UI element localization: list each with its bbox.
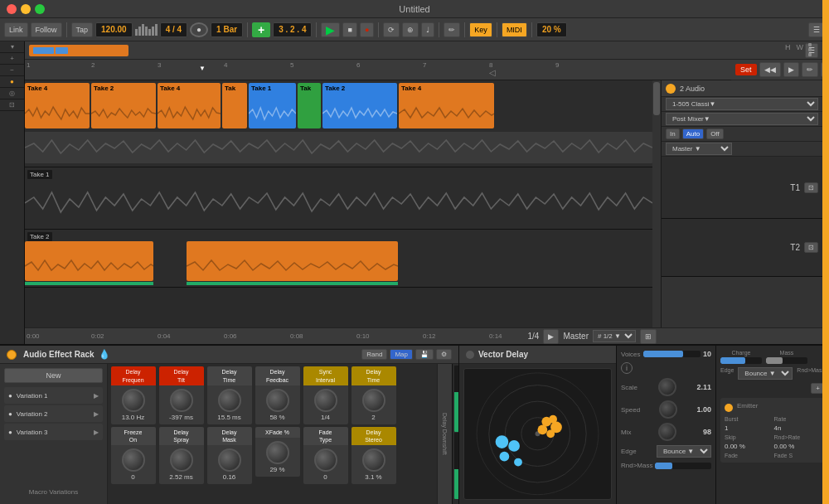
close-button[interactable]: [7, 4, 17, 14]
fade-type-knob[interactable]: [314, 448, 337, 472]
active-track-btn[interactable]: ●: [0, 76, 24, 88]
sep3: [316, 22, 317, 37]
map-btn[interactable]: Map: [390, 349, 413, 360]
track-2audio: Take 4 Take 2 Take 4: [25, 80, 652, 167]
delay-spray-knob[interactable]: [170, 448, 193, 472]
zoom-display[interactable]: 20 %: [536, 22, 567, 37]
delay-time2-knob[interactable]: [362, 389, 385, 412]
clip-take4-3[interactable]: Take 4: [399, 83, 494, 128]
clip-tak-1[interactable]: Tak: [222, 83, 247, 128]
pencil-btn[interactable]: ✏: [444, 22, 460, 37]
circle-control[interactable]: ●: [190, 22, 208, 37]
play-button[interactable]: ▶: [321, 22, 340, 37]
clip-tak-green[interactable]: Tak: [298, 83, 321, 128]
delay-time-knob[interactable]: [218, 389, 241, 412]
play-icon[interactable]: ▶: [543, 329, 559, 344]
info-btn[interactable]: i: [621, 362, 633, 374]
charge-bar[interactable]: [720, 357, 762, 364]
t2-clip1[interactable]: [25, 241, 153, 281]
edge-dropdown2[interactable]: Bounce ▼: [738, 367, 793, 380]
pencil-btn2[interactable]: ✏: [802, 62, 818, 77]
post-dropdown[interactable]: Post Mixer▼: [666, 113, 818, 125]
fwd-btn[interactable]: ▶: [783, 62, 799, 77]
downshift-side[interactable]: Delay Downshift: [437, 364, 452, 504]
xfade-knob[interactable]: [266, 441, 289, 464]
link-button[interactable]: Link: [4, 22, 28, 37]
delay-spray-val: 2.52 ms: [169, 473, 192, 481]
extra-btn2[interactable]: ⊡: [0, 99, 24, 111]
loop-length-display[interactable]: 1 Bar: [211, 22, 243, 37]
delay-mask-knob[interactable]: [218, 448, 241, 472]
loop-btn[interactable]: ⟳: [383, 22, 400, 37]
t1-expand-btn[interactable]: ⊡: [804, 182, 818, 193]
track-name-t1: Take 1: [27, 170, 52, 179]
follow-button[interactable]: Follow: [31, 22, 62, 37]
minimize-button[interactable]: [21, 4, 31, 14]
orange-header[interactable]: [29, 45, 128, 56]
midi-btn[interactable]: MIDI: [502, 22, 527, 37]
clip-take1-blue[interactable]: Take 1: [249, 83, 296, 128]
stop-button[interactable]: ■: [342, 22, 356, 37]
clip-take2-blue[interactable]: Take 2: [322, 83, 397, 128]
off-btn[interactable]: Off: [706, 128, 724, 139]
scroll-up-btn[interactable]: +: [0, 53, 24, 65]
tap-button[interactable]: Tap: [71, 22, 94, 37]
set-button[interactable]: Set: [735, 64, 757, 75]
overdub-btn[interactable]: ⊕: [402, 22, 419, 37]
clip-take4-1[interactable]: Take 4: [25, 83, 90, 128]
t2-expand-btn[interactable]: ⊡: [804, 242, 818, 253]
settings-rack-btn[interactable]: ⚙: [436, 349, 452, 360]
speed-knob[interactable]: [659, 400, 677, 419]
delay-tilt-knob[interactable]: [170, 389, 193, 412]
add-button[interactable]: +: [252, 22, 270, 37]
position-display[interactable]: 3 . 2 . 4: [273, 22, 312, 37]
save-rack-btn[interactable]: 💾: [415, 349, 434, 360]
in-btn[interactable]: In: [666, 128, 680, 139]
new-macro-btn[interactable]: New: [4, 368, 103, 383]
delay-feedbac-knob[interactable]: [266, 389, 289, 412]
clip-take2-1[interactable]: Take 2: [91, 83, 156, 128]
t2-clip2[interactable]: [187, 241, 398, 281]
rand-btn[interactable]: Rand: [361, 349, 387, 360]
collapse-btn[interactable]: ▾: [0, 41, 24, 53]
delay-frequen-knob[interactable]: [122, 389, 145, 412]
variation-2[interactable]: ● Variation 2 ▶: [4, 405, 103, 422]
maximize-button[interactable]: [35, 4, 45, 14]
clip-take4-2[interactable]: Take 4: [158, 83, 221, 128]
edge-dropdown[interactable]: Bounce ▼: [657, 445, 711, 458]
metronome-btn[interactable]: ♩: [421, 22, 434, 37]
scrollbar-thumb[interactable]: [653, 82, 660, 115]
scroll-down-btn[interactable]: −: [0, 65, 24, 76]
voices-bar-track[interactable]: [643, 351, 701, 357]
vd-canvas[interactable]: [463, 368, 612, 500]
sync-interval-knob[interactable]: [314, 389, 337, 412]
grid-dropdown[interactable]: # 1/2 ▼: [593, 330, 636, 342]
back-btn[interactable]: ◀◀: [759, 62, 781, 77]
key-btn[interactable]: Key: [469, 22, 492, 37]
time-sig-display[interactable]: 4 / 4: [160, 22, 187, 37]
tracks-scrollbar[interactable]: [652, 80, 661, 327]
vd-power[interactable]: [466, 351, 474, 359]
bpm-display[interactable]: 120.00: [95, 22, 133, 37]
level-r-fill: [454, 469, 458, 499]
record-button[interactable]: ●: [360, 22, 374, 37]
freeze-on-knob[interactable]: [122, 448, 145, 472]
rnd-mass-bar-track[interactable]: [655, 463, 711, 469]
auto-btn[interactable]: Auto: [682, 128, 704, 139]
grid-controls: 1/4 ▶ Master # 1/2 ▼ ⊞: [528, 329, 657, 344]
mass-bar[interactable]: [766, 357, 807, 364]
variation-3[interactable]: ● Variation 3 ▶: [4, 424, 103, 440]
bottom-left: Audio Effect Rack 💧 Rand Map 💾 ⚙ New ●: [0, 346, 459, 504]
voices-bar-fill: [643, 351, 684, 357]
preset-dropdown[interactable]: 1-505 Classi▼: [666, 98, 818, 110]
extra-btn1[interactable]: ◎: [0, 88, 24, 99]
master-dropdown[interactable]: Master ▼: [666, 143, 732, 155]
vector-delay: Vector Delay: [459, 346, 617, 504]
grid-settings-btn[interactable]: ⊞: [640, 329, 657, 344]
rack-power-btn[interactable]: [7, 350, 17, 360]
scale-knob[interactable]: [658, 378, 676, 396]
metro-bar5: [148, 29, 151, 36]
delay-stereo-knob[interactable]: [362, 448, 385, 472]
mix-knob[interactable]: [658, 423, 676, 441]
variation-1[interactable]: ● Variation 1 ▶: [4, 387, 103, 404]
